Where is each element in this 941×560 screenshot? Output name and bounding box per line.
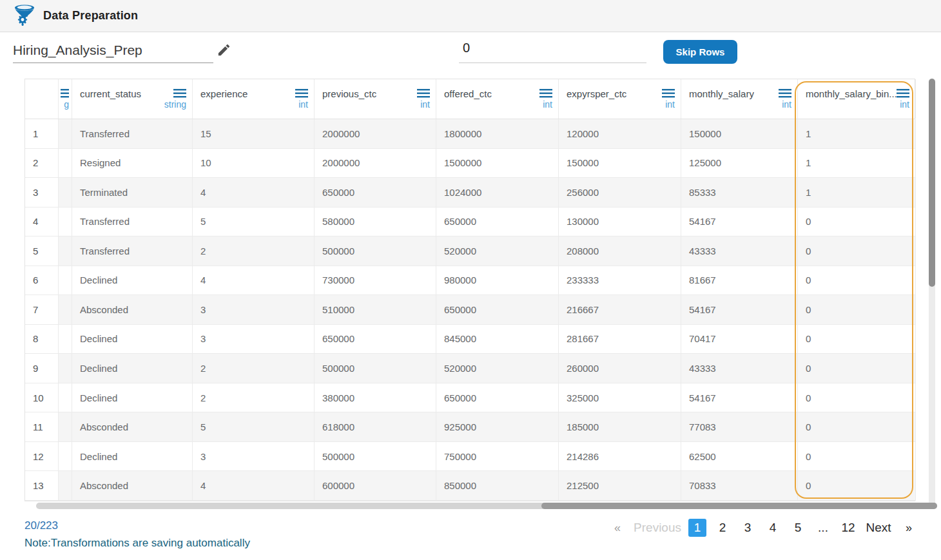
table-cell-monthly_salary_bin: 1 [798,149,916,179]
clipped-column-cell [59,325,72,354]
column-type-label: g [64,99,69,110]
table-cell-previous_ctc: 580000 [315,208,436,237]
table-cell-offered_ctc: 520000 [436,237,559,266]
table-row: 12Declined3500000750000214286625000 [25,442,915,472]
table-cell-offered_ctc: 925000 [436,412,559,442]
table-cell-monthly_salary: 125000 [681,149,798,179]
table-cell-current_status: Transferred [72,237,193,266]
column-type-label: int [900,99,909,110]
table-cell-monthly_salary_bin: 0 [798,412,916,442]
table-row: 10Declined2380000650000325000541670 [25,383,915,413]
clipped-column-header[interactable]: g [59,79,72,119]
table-cell-current_status: Absconded [72,295,193,325]
pagination-previous[interactable]: Previous [634,519,681,537]
clipped-column-cell [59,295,72,325]
table-row: 1Transferred1520000001800000120000150000… [25,119,915,149]
page-title: Data Preparation [43,9,138,23]
vertical-scrollbar-thumb[interactable] [929,79,935,287]
column-header-previous_ctc[interactable]: previous_ctcint [315,79,436,119]
row-number-cell: 4 [25,208,59,237]
table-cell-experience: 15 [193,119,315,149]
row-number-cell: 7 [25,295,59,325]
table-cell-expyrsper_ctc: 212500 [559,471,681,501]
table-cell-experience: 5 [193,208,315,237]
table-cell-offered_ctc: 1024000 [436,178,559,208]
pagination-page-3[interactable]: 3 [739,519,757,537]
table-cell-current_status: Declined [72,266,193,296]
edit-dataset-name-button[interactable] [215,43,232,59]
vertical-scrollbar[interactable] [929,79,935,508]
clipped-column-cell [59,178,72,208]
table-cell-monthly_salary: 54167 [681,295,798,325]
skip-rows-input[interactable] [459,39,646,63]
pagination-page-2[interactable]: 2 [713,519,732,537]
table-cell-monthly_salary: 54167 [681,383,798,413]
skip-rows-button[interactable]: Skip Rows [663,40,737,64]
column-type-label: int [782,99,791,110]
horizontal-scrollbar-thumb[interactable] [541,503,937,509]
column-type-label: string [164,99,186,110]
pagination-page-1[interactable]: 1 [688,519,706,537]
pagination-next[interactable]: Next [864,519,893,537]
pagination-page-4[interactable]: 4 [764,519,782,537]
table-cell-current_status: Declined [72,354,193,383]
table-cell-expyrsper_ctc: 208000 [559,237,681,266]
pagination-page-5[interactable]: 5 [789,519,807,537]
table-cell-monthly_salary_bin: 0 [798,471,916,501]
horizontal-scrollbar[interactable] [36,503,937,509]
table-cell-monthly_salary: 62500 [681,442,798,472]
table-row: 11Absconded5618000925000185000770830 [25,412,915,442]
column-name: experience [200,88,247,99]
table-cell-offered_ctc: 845000 [436,325,559,354]
table-cell-monthly_salary: 85333 [681,178,798,208]
table-cell-current_status: Resigned [72,149,193,179]
table-cell-previous_ctc: 500000 [315,354,436,383]
table-row: 9Declined2500000520000260000433330 [25,354,915,383]
table-cell-expyrsper_ctc: 185000 [559,412,681,442]
table-cell-current_status: Transferred [72,208,193,237]
data-preparation-app: { "header": { "title": "Data Preparation… [0,0,941,560]
table-cell-monthly_salary: 70833 [681,471,798,501]
column-type-label: int [298,99,308,110]
dataset-name-field[interactable]: Hiring_Analysis_Prep [13,40,213,63]
column-type-label: int [665,99,675,110]
table-cell-expyrsper_ctc: 150000 [559,149,681,179]
table-cell-expyrsper_ctc: 214286 [559,442,681,472]
table-cell-current_status: Transferred [72,119,193,149]
pencil-icon [217,50,231,59]
table-cell-expyrsper_ctc: 120000 [559,119,681,149]
clipped-column-cell [59,471,72,501]
row-number-cell: 5 [25,237,59,266]
column-header-experience[interactable]: experienceint [193,79,315,119]
row-number-cell: 11 [25,412,59,442]
table-cell-monthly_salary: 81667 [681,266,798,296]
table-cell-previous_ctc: 2000000 [315,149,436,179]
column-header-current_status[interactable]: current_statusstring [72,79,193,119]
table-cell-experience: 4 [193,266,315,296]
pagination-page-12[interactable]: 12 [839,519,857,537]
table-cell-current_status: Absconded [72,412,193,442]
pagination-first-arrow[interactable]: « [608,519,626,537]
table-cell-monthly_salary_bin: 0 [798,237,916,266]
table-cell-current_status: Terminated [72,178,193,208]
table-cell-expyrsper_ctc: 325000 [559,383,681,413]
column-header-offered_ctc[interactable]: offered_ctcint [436,79,559,119]
table-cell-offered_ctc: 1800000 [436,119,559,149]
clipped-column-cell [59,412,72,442]
clipped-column-cell [59,208,72,237]
column-header-monthly_salary[interactable]: monthly_salaryint [681,79,798,119]
table-cell-experience: 4 [193,178,315,208]
column-name: monthly_salary_bin... [806,88,897,99]
column-name: offered_ctc [444,88,492,99]
table-cell-monthly_salary: 43333 [681,237,798,266]
column-header-expyrsper_ctc[interactable]: expyrsper_ctcint [559,79,681,119]
table-cell-experience: 10 [193,149,315,179]
table-cell-monthly_salary_bin: 1 [798,119,916,149]
pagination-last-arrow[interactable]: » [900,519,918,537]
row-number-cell: 3 [25,178,59,208]
table-row: 7Absconded3510000650000216667541670 [25,295,915,325]
row-number-cell: 8 [25,325,59,354]
pagination-ellipsis: ... [814,519,832,537]
column-header-monthly_salary_bin[interactable]: monthly_salary_bin...int [798,79,916,119]
column-name: current_status [80,88,141,99]
